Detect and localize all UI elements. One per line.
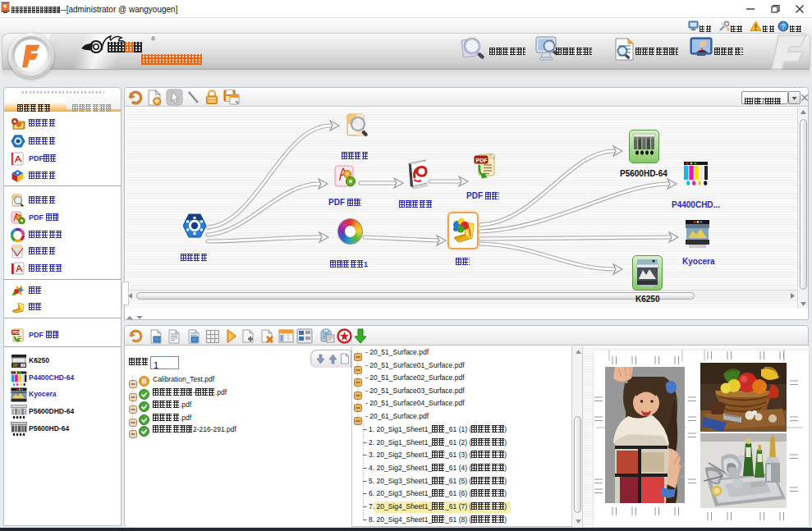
- svg-text:PDF: PDF: [476, 158, 489, 163]
- svg-text:?: ?: [781, 22, 785, 30]
- svg-text:PDF: PDF: [12, 330, 22, 335]
